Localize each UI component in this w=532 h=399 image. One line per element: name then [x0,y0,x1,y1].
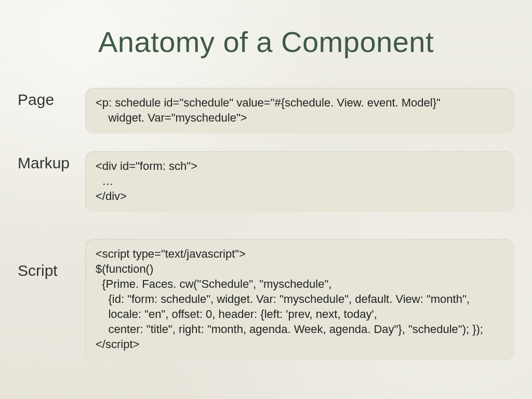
section-label: Script [18,239,85,280]
section-label: Markup [18,151,85,172]
section-script: Script <script type="text/javascript"> $… [18,239,514,360]
section-markup: Markup <div id="form: sch"> … </div> [18,151,514,212]
code-box: <p: schedule id="schedule" value="#{sche… [85,88,514,134]
code-box: <div id="form: sch"> … </div> [85,151,514,212]
code-box: <script type="text/javascript"> $(functi… [85,239,514,360]
section-label: Page [18,88,85,109]
section-list: Page <p: schedule id="schedule" value="#… [16,88,516,360]
slide-title: Anatomy of a Component [16,25,516,59]
section-page: Page <p: schedule id="schedule" value="#… [18,88,514,134]
